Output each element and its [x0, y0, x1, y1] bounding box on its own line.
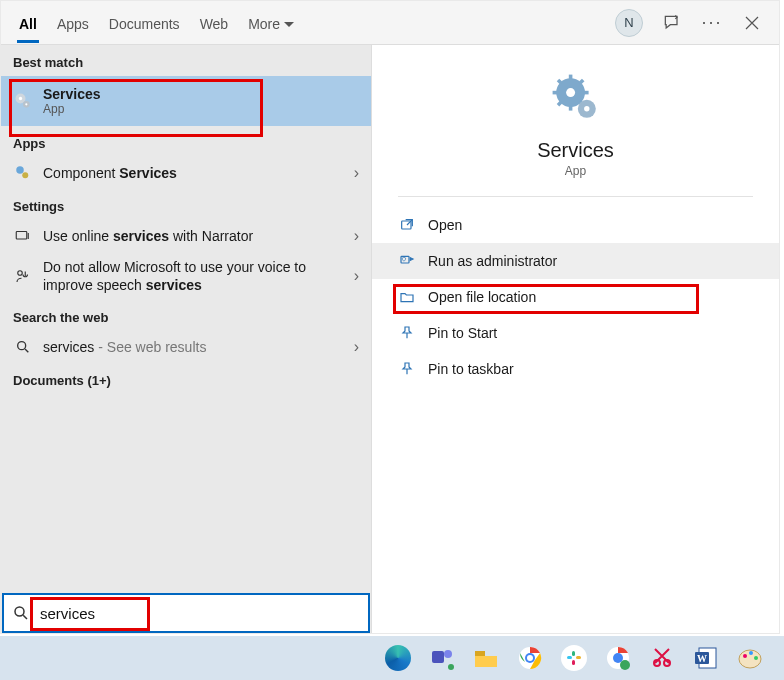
taskbar-file-explorer-icon[interactable] — [468, 640, 504, 676]
search-icon — [12, 604, 30, 622]
feedback-icon[interactable] — [661, 12, 683, 34]
svg-point-46 — [754, 656, 758, 660]
result-narrator-services[interactable]: Use online services with Narrator › — [1, 220, 371, 252]
svg-point-26 — [448, 664, 454, 670]
pin-icon — [398, 360, 416, 378]
svg-point-23 — [15, 607, 24, 616]
svg-point-30 — [527, 655, 533, 661]
microphone-icon — [13, 266, 33, 286]
action-label: Pin to taskbar — [428, 361, 514, 377]
pin-icon — [398, 324, 416, 342]
close-icon[interactable] — [741, 12, 763, 34]
svg-point-20 — [584, 106, 589, 111]
chevron-down-icon — [284, 22, 294, 32]
svg-point-37 — [620, 660, 630, 670]
action-pin-to-taskbar[interactable]: Pin to taskbar — [372, 351, 779, 387]
detail-panel: Services App Open Run as administrator O… — [371, 45, 779, 633]
more-options-icon[interactable]: ··· — [701, 12, 723, 34]
svg-point-3 — [25, 103, 27, 105]
result-best-match-services[interactable]: Services App — [1, 76, 371, 126]
svg-point-44 — [743, 654, 747, 658]
action-run-as-administrator[interactable]: Run as administrator — [372, 243, 779, 279]
taskbar-word-icon[interactable]: W — [688, 640, 724, 676]
taskbar-paint-icon[interactable] — [732, 640, 768, 676]
search-input[interactable] — [38, 604, 360, 623]
services-app-icon — [549, 71, 603, 125]
svg-rect-32 — [576, 656, 581, 659]
best-match-title: Services — [43, 86, 359, 102]
user-avatar[interactable]: N — [615, 9, 643, 37]
chevron-right-icon: › — [354, 338, 359, 356]
result-label: Use online services with Narrator — [43, 228, 344, 244]
tab-more[interactable]: More — [238, 4, 304, 42]
svg-rect-6 — [16, 232, 27, 240]
search-icon — [13, 337, 33, 357]
results-column: Best match Services App Apps Component S… — [1, 45, 371, 633]
tab-apps[interactable]: Apps — [47, 4, 99, 42]
folder-icon — [398, 288, 416, 306]
svg-point-10 — [566, 88, 575, 97]
result-speech-services[interactable]: Do not allow Microsoft to use your voice… — [1, 252, 371, 300]
detail-title: Services — [537, 139, 614, 162]
action-open-file-location[interactable]: Open file location — [372, 279, 779, 315]
action-label: Open file location — [428, 289, 536, 305]
tab-all[interactable]: All — [9, 4, 47, 42]
filter-tabs: All Apps Documents Web More N ··· — [1, 1, 779, 45]
result-label: Do not allow Microsoft to use your voice… — [43, 258, 344, 294]
result-component-services[interactable]: Component Services › — [1, 157, 371, 189]
detail-subtitle: App — [565, 164, 586, 178]
svg-text:W: W — [697, 653, 707, 664]
svg-point-45 — [749, 651, 753, 655]
svg-rect-24 — [432, 651, 444, 663]
best-match-subtitle: App — [43, 102, 359, 116]
chevron-right-icon: › — [354, 164, 359, 182]
separator — [398, 196, 753, 197]
chevron-right-icon: › — [354, 267, 359, 285]
result-web-services[interactable]: services - See web results › — [1, 331, 371, 363]
svg-rect-34 — [572, 660, 575, 665]
svg-point-8 — [18, 342, 26, 350]
section-documents: Documents (1+) — [1, 363, 371, 394]
section-settings: Settings — [1, 189, 371, 220]
action-label: Run as administrator — [428, 253, 557, 269]
taskbar-chrome-icon[interactable] — [512, 640, 548, 676]
taskbar-edge-icon[interactable] — [380, 640, 416, 676]
svg-rect-31 — [567, 656, 572, 659]
action-pin-to-start[interactable]: Pin to Start — [372, 315, 779, 351]
search-panel: All Apps Documents Web More N ··· Best m… — [0, 0, 780, 634]
action-label: Pin to Start — [428, 325, 497, 341]
svg-rect-27 — [475, 651, 485, 656]
tab-web[interactable]: Web — [190, 4, 239, 42]
section-search-web: Search the web — [1, 300, 371, 331]
taskbar: W — [0, 636, 784, 680]
open-icon — [398, 216, 416, 234]
svg-point-5 — [22, 172, 28, 178]
chevron-right-icon: › — [354, 227, 359, 245]
svg-point-7 — [18, 271, 23, 276]
svg-point-1 — [19, 97, 22, 100]
action-label: Open — [428, 217, 462, 233]
section-best-match: Best match — [1, 45, 371, 76]
section-apps: Apps — [1, 126, 371, 157]
result-label: services - See web results — [43, 339, 344, 355]
search-bar[interactable] — [2, 593, 370, 633]
component-services-icon — [13, 163, 33, 183]
taskbar-teams-icon[interactable] — [424, 640, 460, 676]
admin-shield-icon — [398, 252, 416, 270]
taskbar-slack-icon[interactable] — [556, 640, 592, 676]
narrator-icon — [13, 226, 33, 246]
svg-rect-33 — [572, 651, 575, 656]
gear-icon — [13, 91, 33, 111]
svg-line-15 — [558, 80, 562, 84]
taskbar-snip-icon[interactable] — [644, 640, 680, 676]
action-open[interactable]: Open — [372, 207, 779, 243]
svg-point-4 — [16, 166, 24, 174]
taskbar-chrome-beta-icon[interactable] — [600, 640, 636, 676]
result-label: Component Services — [43, 165, 344, 181]
svg-line-17 — [558, 102, 562, 106]
tab-documents[interactable]: Documents — [99, 4, 190, 42]
svg-point-25 — [444, 650, 452, 658]
svg-line-18 — [579, 80, 583, 84]
